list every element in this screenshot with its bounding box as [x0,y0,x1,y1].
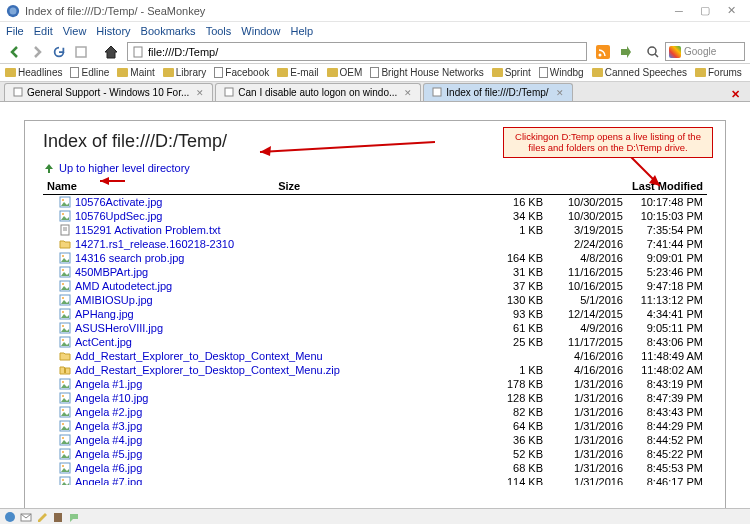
go-button[interactable] [615,42,635,62]
svg-point-29 [62,269,64,271]
tab-bar: General Support - Windows 10 For...✕Can … [0,82,750,102]
tab[interactable]: Index of file:///D:/Temp/✕ [423,83,572,101]
bookmark-oem[interactable]: OEM [327,67,363,78]
close-button[interactable]: ✕ [718,2,744,20]
table-row: 10576Activate.jpg16 KB10/30/201510:17:48… [43,195,707,209]
file-link[interactable]: Angela #10.jpg [75,392,148,404]
tabbar-close-icon[interactable]: ✕ [725,88,746,101]
minimize-button[interactable]: ─ [666,2,692,20]
reload-button[interactable] [49,42,69,62]
folder-icon [5,68,16,77]
file-link[interactable]: 14316 search prob.jpg [75,252,184,264]
status-chat-icon[interactable] [68,511,80,523]
status-mail-icon[interactable] [20,511,32,523]
file-link[interactable]: 14271.rs1_release.160218-2310 [75,238,234,250]
menu-view[interactable]: View [63,25,87,37]
bookmark-forums[interactable]: Forums [695,67,742,78]
titlebar: Index of file:///D:/Temp/ - SeaMonkey ─ … [0,0,750,22]
file-link[interactable]: 450MBPArt.jpg [75,266,148,278]
bookmark-maint[interactable]: Maint [117,67,154,78]
file-link[interactable]: Angela #1.jpg [75,378,142,390]
menu-bookmarks[interactable]: Bookmarks [141,25,196,37]
tab-close-icon[interactable]: ✕ [196,88,204,98]
bookmark-canned-speeches[interactable]: Canned Speeches [592,67,687,78]
col-name[interactable]: Name [43,178,234,195]
tab-close-icon[interactable]: ✕ [556,88,564,98]
status-globe-icon[interactable] [4,511,16,523]
file-link[interactable]: Angela #2.jpg [75,406,142,418]
table-row: Angela #10.jpg128 KB1/31/20168:47:39 PM [43,391,707,405]
file-link[interactable]: Angela #6.jpg [75,462,142,474]
url-input[interactable] [148,46,582,58]
tab-favicon [13,87,23,99]
url-bar[interactable] [127,42,587,61]
table-row: ASUSHeroVIII.jpg61 KB4/9/20169:05:11 PM [43,321,707,335]
rss-icon[interactable] [593,42,613,62]
menu-help[interactable]: Help [290,25,313,37]
bookmark-bright-house-networks[interactable]: Bright House Networks [370,67,483,78]
file-link[interactable]: AMIBIOSUp.jpg [75,294,153,306]
tab[interactable]: Can I disable auto logon on windo...✕ [215,83,421,101]
folder-icon [592,68,603,77]
up-arrow-icon [43,162,55,174]
svg-point-56 [62,479,64,481]
bookmark-edline[interactable]: Edline [70,67,109,78]
svg-point-65 [5,512,15,522]
menu-tools[interactable]: Tools [206,25,232,37]
bookmark-sprint[interactable]: Sprint [492,67,531,78]
svg-point-33 [62,297,64,299]
file-link[interactable]: 115291 Activation Problem.txt [75,224,221,236]
file-link[interactable]: ASUSHeroVIII.jpg [75,322,163,334]
folder-icon [277,68,288,77]
menu-file[interactable]: File [6,25,24,37]
svg-rect-2 [76,47,86,57]
maximize-button[interactable]: ▢ [692,2,718,20]
menubar: FileEditViewHistoryBookmarksToolsWindowH… [0,22,750,40]
svg-line-11 [605,120,625,121]
file-link[interactable]: Add_Restart_Explorer_to_Desktop_Context_… [75,364,340,376]
col-modified[interactable]: Last Modified [304,178,707,195]
col-size[interactable]: Size [234,178,304,195]
svg-point-6 [648,47,656,55]
file-link[interactable]: Add_Restart_Explorer_to_Desktop_Context_… [75,350,323,362]
file-link[interactable]: AMD Autodetect.jpg [75,280,172,292]
file-link[interactable]: Angela #7.jpg [75,476,142,485]
svg-rect-10 [433,88,441,96]
tab[interactable]: General Support - Windows 10 For...✕ [4,83,213,101]
stop-button[interactable] [71,42,91,62]
search-dropdown-icon[interactable] [643,42,663,62]
home-button[interactable] [101,42,121,62]
folder-icon [695,68,706,77]
file-link[interactable]: ActCent.jpg [75,336,132,348]
bookmark-library[interactable]: Library [163,67,207,78]
file-link[interactable]: APHang.jpg [75,308,134,320]
table-row: Add_Restart_Explorer_to_Desktop_Context_… [43,349,707,363]
search-placeholder: Google [684,46,716,57]
bookmark-e-mail[interactable]: E-mail [277,67,318,78]
search-box[interactable]: Google [665,42,745,61]
forward-button[interactable] [27,42,47,62]
svg-rect-3 [134,47,142,57]
svg-point-1 [10,7,17,14]
file-link[interactable]: Angela #4.jpg [75,434,142,446]
file-link[interactable]: Angela #3.jpg [75,420,142,432]
bookmark-windbg[interactable]: Windbg [539,67,584,78]
menu-window[interactable]: Window [241,25,280,37]
up-directory-link[interactable]: Up to higher level directory [43,162,707,174]
bookmark-headlines[interactable]: Headlines [5,67,62,78]
tab-close-icon[interactable]: ✕ [404,88,412,98]
back-button[interactable] [5,42,25,62]
bookmark-toolbar: HeadlinesEdlineMaintLibraryFacebookE-mai… [0,64,750,82]
folder-icon [163,68,174,77]
menu-edit[interactable]: Edit [34,25,53,37]
bookmark-facebook[interactable]: Facebook [214,67,269,78]
file-link[interactable]: Angela #5.jpg [75,448,142,460]
status-addressbook-icon[interactable] [52,511,64,523]
status-compose-icon[interactable] [36,511,48,523]
tab-favicon [224,87,234,99]
arrow-to-bookmark [575,120,635,121]
menu-history[interactable]: History [96,25,130,37]
file-link[interactable]: 10576Activate.jpg [75,196,162,208]
page-icon [214,67,223,78]
file-link[interactable]: 10576UpdSec.jpg [75,210,162,222]
